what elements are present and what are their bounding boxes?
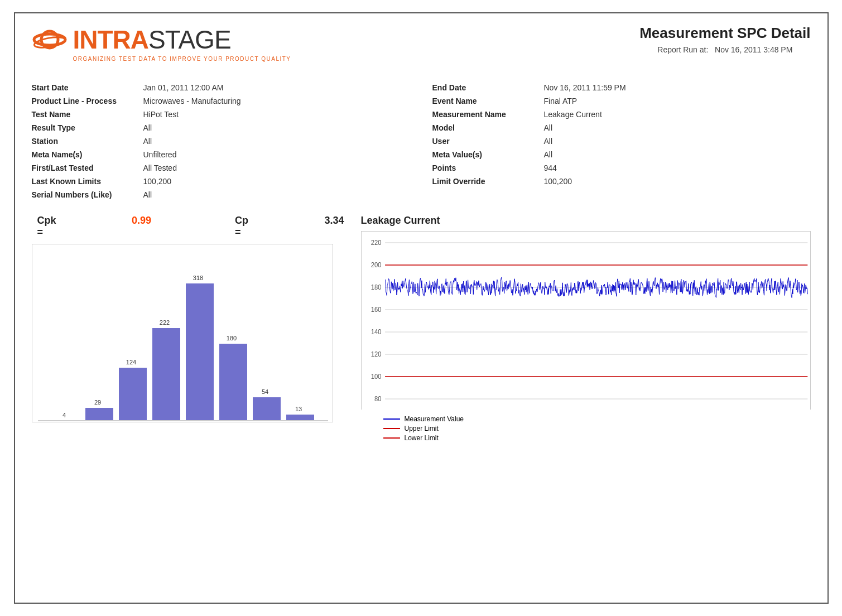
info-value: Final ATP bbox=[544, 97, 578, 105]
svg-text:220: 220 bbox=[371, 239, 381, 246]
info-value: All bbox=[544, 123, 553, 132]
linechart-area: Leakage Current 220 200 180 160 140 bbox=[361, 215, 811, 442]
info-right: End DateNov 16, 2011 11:59 PMEvent NameF… bbox=[432, 81, 811, 201]
info-row: Measurement NameLeakage Current bbox=[432, 108, 811, 121]
info-row: Limit Override100,200 bbox=[432, 175, 811, 188]
svg-rect-3 bbox=[32, 244, 333, 422]
svg-text:200: 200 bbox=[371, 261, 381, 268]
svg-rect-11 bbox=[286, 415, 314, 420]
info-value: HiPot Test bbox=[143, 110, 179, 119]
legend-label: Upper Limit bbox=[405, 425, 439, 432]
logo-area: INTRASTAGE ORGANIZING TEST DATA TO IMPRO… bbox=[32, 25, 291, 62]
svg-rect-8 bbox=[186, 283, 214, 420]
svg-text:124: 124 bbox=[126, 359, 136, 365]
info-label: Station bbox=[32, 137, 143, 146]
svg-text:100: 100 bbox=[371, 373, 381, 380]
info-row: Points944 bbox=[432, 161, 811, 175]
svg-text:180: 180 bbox=[226, 335, 236, 341]
info-value: Microwaves - Manufacturing bbox=[143, 97, 241, 105]
info-value: Leakage Current bbox=[544, 110, 602, 119]
info-row: Serial Numbers (Like)All bbox=[32, 188, 410, 201]
info-row: Event NameFinal ATP bbox=[432, 94, 811, 108]
info-label: Product Line - Process bbox=[32, 97, 143, 105]
info-row: Test NameHiPot Test bbox=[32, 108, 410, 121]
legend-label: Lower Limit bbox=[405, 434, 439, 442]
svg-text:54: 54 bbox=[261, 388, 268, 395]
svg-rect-5 bbox=[85, 408, 113, 420]
legend-item: Lower Limit bbox=[383, 434, 811, 442]
info-row: Product Line - ProcessMicrowaves - Manuf… bbox=[32, 94, 410, 108]
info-label: Event Name bbox=[432, 97, 544, 105]
svg-text:4: 4 bbox=[62, 412, 65, 418]
logo-icon bbox=[32, 25, 68, 55]
info-value: 100,200 bbox=[544, 177, 572, 186]
info-label: Measurement Name bbox=[432, 110, 544, 119]
info-label: First/Last Tested bbox=[32, 163, 143, 172]
svg-text:318: 318 bbox=[193, 275, 203, 281]
info-row: Meta Value(s)All bbox=[432, 148, 811, 161]
legend: Measurement ValueUpper LimitLower Limit bbox=[361, 415, 811, 442]
svg-text:29: 29 bbox=[94, 399, 100, 406]
svg-text:180: 180 bbox=[371, 283, 381, 291]
info-row: Last Known Limits100,200 bbox=[32, 175, 410, 188]
info-label: Serial Numbers (Like) bbox=[32, 190, 143, 199]
logo-graphic: INTRASTAGE bbox=[32, 25, 231, 55]
info-value: All bbox=[143, 123, 152, 132]
logo-text: INTRASTAGE bbox=[73, 27, 231, 52]
info-value: Nov 16, 2011 11:59 PM bbox=[544, 83, 626, 92]
info-label: Start Date bbox=[32, 83, 143, 92]
info-label: Meta Value(s) bbox=[432, 150, 544, 159]
logo-stage: STAGE bbox=[148, 25, 231, 54]
header: INTRASTAGE ORGANIZING TEST DATA TO IMPRO… bbox=[32, 25, 811, 68]
info-value: All bbox=[143, 137, 152, 146]
svg-rect-10 bbox=[253, 397, 281, 420]
info-row: UserAll bbox=[432, 134, 811, 148]
info-label: Points bbox=[432, 163, 544, 172]
logo-intra: INTRA bbox=[73, 25, 149, 54]
info-label: User bbox=[432, 137, 544, 146]
cpk-value: 0.99 bbox=[132, 215, 151, 238]
report-subtitle: Report Run at: Nov 16, 2011 3:48 PM bbox=[639, 45, 810, 54]
svg-text:222: 222 bbox=[159, 319, 169, 326]
info-value: All bbox=[544, 137, 553, 146]
legend-label: Measurement Value bbox=[405, 415, 464, 423]
info-label: End Date bbox=[432, 83, 544, 92]
info-label: Limit Override bbox=[432, 177, 544, 186]
info-row: First/Last TestedAll Tested bbox=[32, 161, 410, 175]
report-run-label: Report Run at: bbox=[657, 45, 708, 54]
histogram-area: Cpk = 0.99 Cp = 3.34 bbox=[32, 215, 344, 422]
svg-text:80: 80 bbox=[374, 395, 381, 402]
info-value: All bbox=[544, 150, 553, 159]
cpk-label: Cpk = bbox=[37, 215, 62, 238]
info-value: All bbox=[143, 190, 152, 199]
svg-rect-6 bbox=[119, 368, 147, 420]
histogram-svg: 4 29 124 222 318 180 54 13 bbox=[32, 244, 333, 422]
info-label: Meta Name(s) bbox=[32, 150, 143, 159]
legend-item: Measurement Value bbox=[383, 415, 811, 423]
charts-section: Cpk = 0.99 Cp = 3.34 bbox=[32, 215, 811, 442]
cp-value: 3.34 bbox=[324, 215, 344, 238]
svg-text:13: 13 bbox=[295, 406, 301, 412]
info-row: Start DateJan 01, 2011 12:00 AM bbox=[32, 81, 410, 94]
report-run-time: Nov 16, 2011 3:48 PM bbox=[715, 45, 792, 54]
linechart-title: Leakage Current bbox=[361, 215, 811, 227]
cpk-cp-row: Cpk = 0.99 Cp = 3.34 bbox=[32, 215, 344, 238]
svg-rect-7 bbox=[152, 328, 180, 420]
linechart-svg: 220 200 180 160 140 120 100 80 bbox=[362, 232, 810, 410]
histogram-chart: 4 29 124 222 318 180 54 13 bbox=[32, 244, 333, 422]
svg-rect-9 bbox=[219, 344, 247, 420]
report-title-area: Measurement SPC Detail Report Run at: No… bbox=[639, 25, 810, 54]
info-section: Start DateJan 01, 2011 12:00 AMProduct L… bbox=[32, 81, 811, 201]
info-label: Last Known Limits bbox=[32, 177, 143, 186]
svg-text:120: 120 bbox=[371, 350, 381, 358]
info-value: 944 bbox=[544, 163, 557, 172]
info-value: All Tested bbox=[143, 163, 177, 172]
cp-label: Cp = bbox=[235, 215, 254, 238]
info-label: Result Type bbox=[32, 123, 143, 132]
info-value: Unfiltered bbox=[143, 150, 177, 159]
svg-rect-21 bbox=[362, 232, 810, 410]
svg-text:140: 140 bbox=[371, 328, 381, 335]
legend-item: Upper Limit bbox=[383, 425, 811, 432]
svg-text:160: 160 bbox=[371, 306, 381, 313]
info-row: Meta Name(s)Unfiltered bbox=[32, 148, 410, 161]
